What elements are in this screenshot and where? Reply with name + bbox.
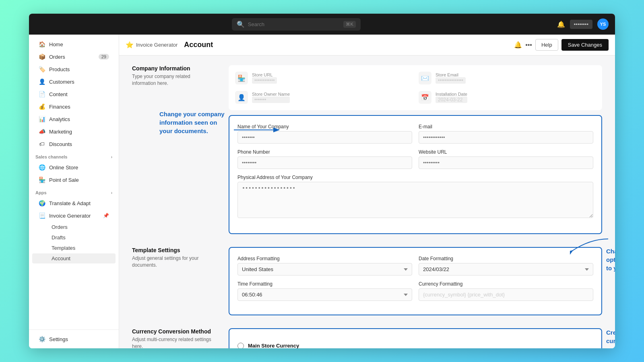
company-info-desc: Type your company related information he… (132, 73, 213, 87)
invoice-generator-icon: 📃 (39, 212, 45, 219)
phone-input[interactable] (237, 156, 412, 169)
sidebar-item-customers[interactable]: 👤 Customers (32, 76, 116, 88)
child-drafts-label: Drafts (52, 234, 66, 241)
installation-date-item: 📅 Installation Date 2024-03-22 (419, 91, 596, 104)
currency-conversion-section: Currency Conversion Method Adjust multi-… (132, 328, 602, 348)
annotation-right-top-text: Change formattingoptions accordingto you… (606, 247, 615, 272)
installation-date-icon: 📅 (419, 91, 431, 104)
sidebar-item-finances[interactable]: 💰 Finances (32, 101, 116, 113)
currency-formatting-label: Currency Formatting (419, 281, 593, 287)
time-currency-row: Time Formatting 06:50:466:50 AM18:50 Cur… (237, 281, 593, 301)
store-email-text: Store Email ••••••••••••••• (436, 72, 466, 84)
sidebar-item-marketing[interactable]: 📣 Marketing (32, 125, 116, 138)
sidebar-label-orders: Orders (49, 54, 65, 60)
address-formatting-select[interactable]: United StatesEuropeanUKCanadaAustralia (237, 263, 412, 276)
more-options-icon[interactable]: ••• (525, 41, 532, 49)
page-title: Account (184, 41, 213, 49)
sidebar-item-discounts[interactable]: 🏷 Discounts (32, 138, 116, 150)
phone-website-row: Phone Number Website URL (237, 149, 593, 169)
time-formatting-select[interactable]: 06:50:466:50 AM18:50 (237, 288, 412, 301)
currency-conversion-title: Currency Conversion Method (132, 328, 213, 335)
address-row: Physical Address of Your Company (237, 175, 593, 220)
content-area: ⭐ Invoice Generator Account 🔔 ••• Help S… (119, 35, 615, 348)
child-orders-label: Orders (52, 224, 68, 230)
sidebar-child-account[interactable]: Account (32, 253, 116, 263)
sidebar-item-analytics[interactable]: 📊 Analytics (32, 113, 116, 125)
sidebar-item-point-of-sale[interactable]: 🏪 Point of Sale (32, 174, 116, 186)
sidebar-item-orders[interactable]: 📦 Orders 29 (32, 51, 116, 63)
currency-conversion-card: Main Store Currency Select this option i… (229, 328, 602, 348)
app-logo-icon: ⭐ (126, 41, 134, 49)
invoice-generator-children: Orders Drafts Templates Account (29, 222, 119, 263)
sidebar-label-marketing: Marketing (49, 129, 72, 135)
content-icon: 📄 (39, 91, 45, 97)
finances-icon: 💰 (39, 103, 45, 110)
settings-icon: ⚙️ (39, 336, 45, 342)
company-info-title: Company Information (132, 65, 213, 72)
sidebar-label-online-store: Online Store (49, 165, 78, 171)
annotation-right-bottom-text: Create documents in thecurrency selectio… (606, 328, 615, 348)
website-group: Website URL (419, 149, 593, 169)
store-owner-item: 👤 Store Owner Name ••••••• (235, 91, 412, 104)
help-button[interactable]: Help (535, 39, 558, 51)
header-actions: 🔔 ••• Help Save Changes (514, 39, 609, 51)
company-name-input[interactable] (237, 131, 412, 144)
sidebar-child-templates[interactable]: Templates (32, 243, 116, 253)
sidebar-label-discounts: Discounts (49, 141, 72, 147)
email-group: E-mail (419, 124, 593, 144)
translate-icon: 🌍 (39, 200, 45, 206)
sidebar-label-home: Home (49, 41, 63, 47)
search-bar[interactable]: 🔍 ⌘K (232, 18, 361, 31)
store-email-icon: ✉️ (419, 72, 431, 84)
content-header: ⭐ Invoice Generator Account 🔔 ••• Help S… (119, 35, 615, 56)
products-icon: 🏷️ (39, 66, 45, 72)
currency-radio-group: Main Store Currency Select this option i… (237, 337, 593, 348)
time-formatting-group: Time Formatting 06:50:466:50 AM18:50 (237, 281, 412, 301)
top-bar-right: 🔔 •••••••• YS (557, 19, 609, 30)
template-settings-card: Address Formatting United StatesEuropean… (229, 247, 602, 315)
sales-channels-section: Sales channels › (29, 150, 119, 161)
email-input[interactable] (419, 131, 593, 144)
store-info-grid: 🏪 Store URL •••••••••••• ✉️ St (235, 72, 596, 104)
company-info-section: Company Information Type your company re… (132, 65, 602, 234)
sidebar-child-orders[interactable]: Orders (32, 222, 116, 232)
store-url-icon: 🏪 (235, 72, 248, 84)
sidebar-item-content[interactable]: 📄 Content (32, 88, 116, 100)
sidebar-item-invoice-generator[interactable]: 📃 Invoice Generator 📌 (32, 210, 116, 222)
main-store-currency-option[interactable]: Main Store Currency Select this option i… (237, 342, 593, 348)
address-textarea[interactable] (237, 182, 593, 218)
search-input[interactable] (248, 21, 341, 27)
save-changes-button[interactable]: Save Changes (561, 39, 609, 51)
sidebar-child-drafts[interactable]: Drafts (32, 232, 116, 243)
address-group: Physical Address of Your Company (237, 175, 593, 220)
address-formatting-label: Address Formatting (237, 256, 412, 261)
sidebar-label-invoice-generator: Invoice Generator (49, 213, 91, 219)
sidebar-label-translate: Translate & Adapt (49, 200, 91, 206)
store-url-value: •••••••••••• (252, 77, 277, 84)
annotation-right-top: Change formattingoptions accordingto you… (606, 247, 615, 272)
sidebar-item-products[interactable]: 🏷️ Products (32, 63, 116, 75)
store-url-item: 🏪 Store URL •••••••••••• (235, 72, 412, 84)
website-input[interactable] (419, 156, 593, 169)
currency-conversion-label: Currency Conversion Method Adjust multi-… (132, 328, 213, 348)
store-url-label: Store URL (252, 72, 277, 77)
currency-formatting-input[interactable] (419, 288, 593, 301)
app-logo: ⭐ Invoice Generator (126, 41, 178, 49)
sales-channels-chevron[interactable]: › (111, 155, 112, 159)
sidebar-item-online-store[interactable]: 🌐 Online Store (32, 161, 116, 173)
apps-section: Apps › (29, 186, 119, 197)
company-name-label: Name of Your Company (237, 124, 412, 130)
user-avatar[interactable]: YS (597, 19, 609, 30)
app-logo-name: Invoice Generator (136, 42, 178, 48)
date-formatting-label: Date Formatting (419, 256, 593, 261)
company-info-label: Company Information Type your company re… (132, 65, 213, 234)
store-owner-value: ••••••• (252, 97, 290, 103)
main-store-currency-radio[interactable] (237, 343, 244, 348)
sidebar-item-home[interactable]: 🏠 Home (32, 38, 116, 50)
sidebar-item-settings[interactable]: ⚙️ Settings (32, 333, 116, 345)
apps-chevron[interactable]: › (111, 191, 112, 195)
bell-icon[interactable]: 🔔 (514, 41, 522, 49)
date-formatting-select[interactable]: 2024/03/2203/22/202422/03/2024 (419, 263, 593, 276)
sidebar-item-translate[interactable]: 🌍 Translate & Adapt (32, 197, 116, 209)
notification-icon[interactable]: 🔔 (557, 21, 565, 28)
